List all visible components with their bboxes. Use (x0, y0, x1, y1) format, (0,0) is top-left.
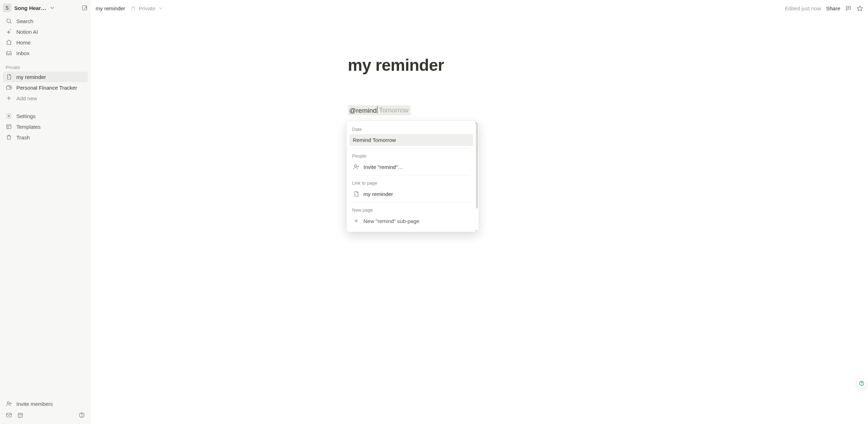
sidebar-section-private: Private (0, 60, 91, 71)
svg-point-2 (7, 19, 11, 23)
topbar: my reminder Private Edited just now Shar… (91, 0, 868, 16)
sidebar-search[interactable]: Search (3, 16, 88, 26)
sidebar-invite-members[interactable]: Invite members (3, 398, 88, 409)
lock-icon (130, 5, 136, 11)
sparkle-icon (6, 28, 12, 35)
mention-typed-text: @remind (349, 106, 377, 115)
page-icon (6, 74, 12, 80)
mention-chip[interactable]: @remind Tomorrow (348, 105, 411, 115)
scroll-arrow-down-icon: ▾ (475, 229, 477, 232)
popup-item-remind-tomorrow[interactable]: Remind Tomorrow (349, 134, 473, 146)
popup-group-date: Date (349, 124, 473, 134)
sidebar-nav: Search Notion AI Home Inbox (0, 14, 91, 60)
popup-group-new-page: New page (349, 205, 473, 215)
svg-text:17: 17 (19, 415, 22, 417)
page-icon (353, 191, 359, 197)
svg-point-9 (8, 115, 10, 117)
breadcrumb-page-title[interactable]: my reminder (96, 5, 125, 11)
privacy-label: Private (139, 5, 155, 11)
scroll-arrow-up-icon: ▴ (475, 121, 477, 124)
svg-point-4 (10, 30, 11, 30)
svg-rect-20 (132, 8, 135, 10)
sidebar-trash[interactable]: Trash (3, 132, 88, 143)
sidebar-add-new[interactable]: Add new (3, 93, 88, 104)
finance-icon (6, 84, 12, 91)
svg-point-11 (7, 402, 10, 404)
gear-icon (6, 113, 12, 119)
breadcrumb-privacy[interactable]: Private (130, 5, 164, 11)
popup-item-label: Invite "remind"… (364, 164, 403, 170)
sidebar-home[interactable]: Home (3, 37, 88, 48)
sidebar-bottom: Invite members 17 (0, 396, 91, 424)
sidebar-settings[interactable]: Settings (3, 111, 88, 121)
popup-group-link-to-page: Link to page (349, 177, 473, 188)
comments-icon[interactable] (845, 5, 852, 11)
person-add-icon (6, 401, 12, 407)
svg-point-30 (862, 385, 862, 385)
mention-ghost-text: Tomorrow (379, 106, 408, 114)
sidebar-invite-members-label: Invite members (16, 401, 53, 407)
share-button[interactable]: Share (826, 5, 840, 11)
popup-separator (352, 148, 470, 148)
home-icon (6, 39, 12, 46)
popup-item-label: my reminder (364, 191, 393, 197)
help-icon[interactable] (79, 412, 85, 418)
sidebar-utils: Settings Templates Trash (0, 111, 91, 143)
svg-point-6 (10, 87, 11, 88)
sidebar-add-new-label: Add new (16, 95, 37, 101)
help-fab[interactable] (857, 378, 867, 388)
search-icon (6, 18, 12, 24)
popup-item-invite-remind[interactable]: Invite "remind"… (349, 161, 473, 173)
sidebar-inbox[interactable]: Inbox (3, 48, 88, 58)
svg-rect-10 (7, 124, 11, 129)
trash-icon (6, 134, 12, 141)
popup-scrollbar[interactable]: ▴ ▾ (476, 121, 479, 232)
sidebar-page-my-reminder[interactable]: my reminder (3, 71, 88, 82)
editor-block[interactable]: @remind Tomorrow Date Remind Tomorrow Pe… (348, 105, 611, 115)
sidebar-settings-label: Settings (16, 113, 36, 119)
star-icon[interactable] (857, 5, 863, 11)
workspace-name: Song Hear… (14, 5, 46, 11)
mention-popup: Date Remind Tomorrow People Invite "remi (347, 121, 479, 232)
plus-icon (6, 95, 12, 101)
sidebar-templates-label: Templates (16, 124, 41, 130)
plus-icon (353, 218, 359, 224)
chevron-down-icon (157, 5, 164, 11)
mention-popup-body[interactable]: Date Remind Tomorrow People Invite "remi (347, 121, 476, 232)
mail-icon[interactable] (6, 412, 12, 418)
sidebar-pages: my reminder Personal Finance Tracker Add… (0, 71, 91, 104)
popup-item-link-my-reminder[interactable]: my reminder (349, 188, 473, 200)
sidebar-page-label: Personal Finance Tracker (16, 85, 77, 91)
sidebar-ai-label: Notion AI (16, 29, 38, 35)
content-area: my reminder @remind Tomorrow Date Remind… (91, 16, 868, 424)
main: my reminder Private Edited just now Shar… (91, 0, 868, 424)
sidebar-templates[interactable]: Templates (3, 121, 88, 132)
workspace-switcher[interactable]: S Song Hear… (0, 0, 91, 14)
svg-point-19 (82, 416, 82, 417)
person-add-icon (353, 164, 359, 170)
popup-separator (352, 202, 470, 202)
svg-point-24 (354, 165, 357, 167)
page-title[interactable]: my reminder (348, 55, 611, 75)
svg-rect-14 (6, 413, 11, 417)
sidebar: S Song Hear… Search Notion AI (0, 0, 91, 424)
calendar-icon[interactable]: 17 (17, 412, 23, 418)
inbox-icon (6, 50, 12, 56)
sidebar-trash-label: Trash (16, 134, 30, 141)
sidebar-page-label: my reminder (16, 74, 46, 80)
templates-icon (6, 123, 12, 130)
svg-marker-23 (857, 6, 863, 11)
popup-item-new-remind-subpage[interactable]: New "remind" sub-page (349, 215, 473, 227)
sidebar-ai[interactable]: Notion AI (3, 26, 88, 37)
sidebar-page-personal-finance-tracker[interactable]: Personal Finance Tracker (3, 82, 88, 93)
sidebar-home-label: Home (16, 39, 31, 46)
workspace-avatar: S (3, 4, 11, 12)
svg-line-3 (10, 22, 11, 23)
popup-group-people: People (349, 150, 473, 161)
sidebar-search-label: Search (16, 18, 33, 24)
new-page-button[interactable] (81, 5, 88, 11)
popup-item-label: Remind Tomorrow (353, 137, 396, 143)
sidebar-inbox-label: Inbox (16, 50, 30, 56)
popup-item-label: New "remind" sub-page (364, 218, 419, 224)
popup-separator (352, 175, 470, 175)
